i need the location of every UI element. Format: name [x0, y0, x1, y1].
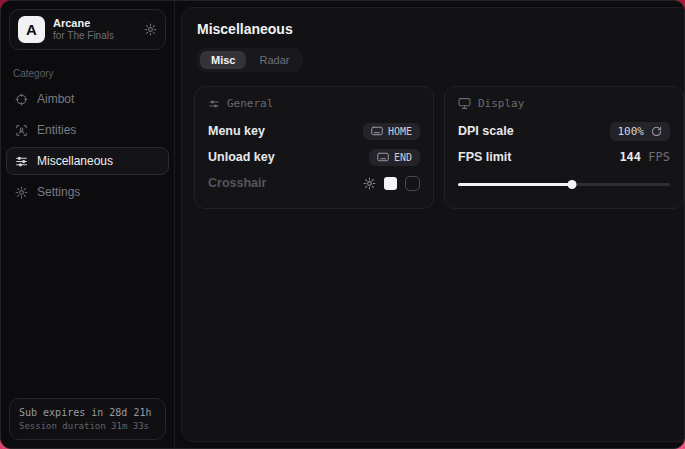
- menu-key-row: Menu key HOME: [208, 119, 420, 143]
- sidebar-item-label: Miscellaneous: [37, 154, 113, 168]
- dpi-scale-value: 100%: [618, 125, 645, 138]
- unload-key-row: Unload key END: [208, 145, 420, 169]
- sidebar: A Arcane for The Finals Category: [1, 1, 175, 448]
- crosshair-row: Crosshair: [208, 171, 420, 195]
- sliders-icon: [208, 98, 220, 110]
- tab-bar: Misc Radar: [197, 48, 303, 72]
- display-panel-header: Display: [458, 97, 670, 110]
- sidebar-item-aimbot[interactable]: Aimbot: [6, 85, 169, 113]
- crosshair-checkbox[interactable]: [405, 176, 420, 191]
- sidebar-item-settings[interactable]: Settings: [6, 178, 169, 206]
- unload-key-label: Unload key: [208, 150, 275, 164]
- backdrop: A Arcane for The Finals Category: [0, 0, 685, 449]
- profile-card: A Arcane for The Finals: [9, 9, 166, 50]
- keyboard-icon: [371, 126, 383, 136]
- slider-thumb[interactable]: [568, 180, 577, 189]
- category-label: Category: [13, 68, 162, 79]
- app-logo: A: [18, 16, 45, 43]
- crosshair-controls: [363, 176, 420, 191]
- sub-expiry-text: Sub expires in 28d 21h: [19, 406, 156, 420]
- display-panel: Display DPI scale 100%: [444, 86, 684, 209]
- dpi-scale-label: DPI scale: [458, 124, 514, 138]
- main-area: Miscellaneous Misc Radar: [175, 1, 685, 448]
- cards-row: General Menu key HOME: [194, 86, 684, 209]
- page-title: Miscellaneous: [197, 21, 684, 37]
- sidebar-item-label: Aimbot: [37, 92, 74, 106]
- menu-key-value: HOME: [388, 126, 412, 137]
- sidebar-nav: Aimbot Entities: [1, 85, 174, 206]
- menu-key-bind-button[interactable]: HOME: [363, 123, 420, 140]
- sliders-icon: [15, 155, 28, 168]
- keyboard-icon: [377, 152, 389, 162]
- refresh-icon[interactable]: [651, 126, 662, 137]
- sidebar-item-label: Entities: [37, 123, 76, 137]
- display-panel-title: Display: [478, 97, 524, 110]
- session-duration-text: Session duration 31m 33s: [19, 420, 156, 432]
- app-name: Arcane: [53, 17, 136, 30]
- gear-icon: [15, 186, 28, 199]
- subscription-info: Sub expires in 28d 21h Session duration …: [9, 398, 166, 440]
- sidebar-item-label: Settings: [37, 185, 80, 199]
- crosshair-color-swatch[interactable]: [384, 177, 397, 190]
- gear-icon[interactable]: [144, 23, 157, 36]
- unload-key-value: END: [394, 152, 412, 163]
- app-subtitle: for The Finals: [53, 30, 136, 42]
- unload-key-bind-button[interactable]: END: [369, 149, 420, 166]
- tab-misc[interactable]: Misc: [200, 51, 246, 69]
- dpi-scale-control[interactable]: 100%: [610, 122, 671, 141]
- dpi-scale-row: DPI scale 100%: [458, 119, 670, 143]
- entities-icon: [15, 124, 28, 137]
- sidebar-item-entities[interactable]: Entities: [6, 116, 169, 144]
- tab-radar[interactable]: Radar: [248, 51, 300, 69]
- sidebar-item-miscellaneous[interactable]: Miscellaneous: [6, 147, 169, 175]
- menu-key-label: Menu key: [208, 124, 265, 138]
- general-panel-title: General: [227, 97, 273, 110]
- app-window: A Arcane for The Finals Category: [0, 0, 685, 449]
- crosshair-settings-gear-icon[interactable]: [363, 177, 376, 190]
- monitor-icon: [458, 97, 471, 110]
- crosshair-icon: [15, 93, 28, 106]
- slider-fill: [458, 183, 572, 186]
- main-panel: Miscellaneous Misc Radar: [181, 7, 685, 442]
- crosshair-label: Crosshair: [208, 176, 266, 190]
- fps-limit-value: 144 FPS: [619, 150, 670, 164]
- fps-number: 144: [619, 150, 641, 164]
- fps-limit-slider[interactable]: [458, 179, 670, 189]
- general-panel-header: General: [208, 97, 420, 110]
- fps-limit-label: FPS limit: [458, 150, 511, 164]
- general-panel: General Menu key HOME: [194, 86, 434, 209]
- profile-text: Arcane for The Finals: [53, 17, 136, 42]
- fps-unit: FPS: [648, 150, 670, 164]
- fps-limit-row: FPS limit 144 FPS: [458, 145, 670, 169]
